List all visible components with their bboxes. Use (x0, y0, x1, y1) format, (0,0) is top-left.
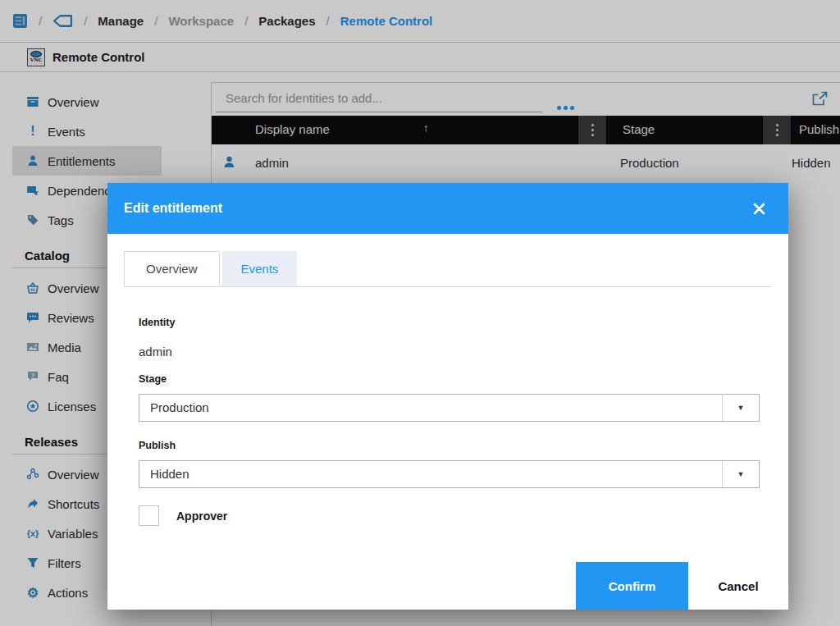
stage-select[interactable]: Production ▼ (139, 394, 760, 422)
chevron-down-icon[interactable]: ▼ (722, 395, 759, 421)
stage-select-value: Production (150, 400, 209, 414)
approver-row: Approver (139, 505, 760, 526)
confirm-button[interactable]: Confirm (576, 562, 688, 610)
identity-value: admin (139, 345, 760, 359)
tab-overview[interactable]: Overview (124, 251, 220, 286)
chevron-down-icon[interactable]: ▼ (722, 461, 759, 487)
modal-tabs: Overview Events (124, 251, 772, 287)
modal-title: Edit entitlement (124, 201, 750, 216)
tab-events[interactable]: Events (222, 251, 298, 286)
approver-checkbox[interactable] (139, 505, 159, 526)
close-icon-svg (753, 203, 765, 215)
modal-button-bar: Confirm Cancel (576, 562, 788, 610)
modal-body: Identity admin Stage Production ▼ Publis… (107, 317, 788, 526)
close-icon[interactable] (750, 199, 769, 218)
publish-label: Publish (139, 440, 760, 451)
approver-label: Approver (176, 509, 227, 523)
stage-label: Stage (139, 373, 760, 385)
edit-entitlement-modal: Edit entitlement Overview Events Identit… (107, 183, 788, 610)
cancel-button[interactable]: Cancel (688, 562, 788, 610)
modal-header: Edit entitlement (107, 183, 788, 234)
publish-select[interactable]: Hidden ▼ (139, 460, 760, 488)
identity-label: Identity (139, 317, 760, 328)
publish-select-value: Hidden (150, 467, 189, 481)
